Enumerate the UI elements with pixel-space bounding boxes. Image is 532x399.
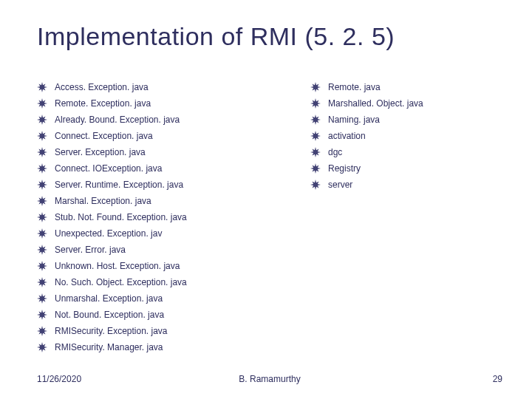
list-item: RMISecurity. Manager. java	[37, 341, 266, 354]
star-bullet-icon	[310, 147, 321, 157]
list-item: No. Such. Object. Exception. java	[37, 276, 266, 289]
star-bullet-icon	[310, 180, 321, 190]
list-item-label: Naming. java	[328, 113, 380, 126]
star-bullet-icon	[37, 342, 47, 352]
star-bullet-icon	[37, 180, 47, 190]
list-item: Naming. java	[310, 113, 495, 126]
star-bullet-icon	[37, 228, 47, 239]
star-bullet-icon	[37, 131, 47, 141]
star-bullet-icon	[37, 293, 47, 304]
page-title: Implementation of RMI (5. 2. 5)	[37, 22, 502, 51]
footer-author: B. Ramamurthy	[239, 374, 300, 384]
list-item: server	[310, 178, 495, 191]
list-item-label: activation	[328, 129, 366, 143]
list-item: Stub. Not. Found. Exception. java	[37, 211, 266, 224]
star-bullet-icon	[310, 98, 321, 109]
star-bullet-icon	[37, 98, 47, 109]
star-bullet-icon	[37, 196, 47, 206]
list-item-label: Marshalled. Object. java	[328, 97, 423, 110]
list-item-label: Server. Error. java	[55, 243, 126, 256]
star-bullet-icon	[37, 326, 47, 336]
list-item-label: server	[328, 178, 352, 191]
list-item-label: Connect. Exception. java	[55, 129, 153, 143]
list-item: Unmarshal. Exception. java	[37, 292, 266, 305]
list-item-label: Connect. IOException. java	[55, 162, 162, 175]
list-item-label: Server. Runtime. Exception. java	[55, 178, 183, 191]
left-column: Access. Exception. javaRemote. Exception…	[37, 81, 266, 357]
list-item: Remote. java	[310, 81, 495, 94]
list-item-label: Unmarshal. Exception. java	[55, 292, 163, 305]
list-item-label: No. Such. Object. Exception. java	[55, 276, 187, 289]
list-item-label: Stub. Not. Found. Exception. java	[55, 211, 187, 224]
footer-date: 11/26/2020	[37, 374, 81, 384]
list-item: Registry	[310, 162, 495, 175]
list-item: Remote. Exception. java	[37, 97, 266, 110]
list-item: activation	[310, 129, 495, 143]
list-item-label: Access. Exception. java	[55, 81, 149, 94]
list-item: Marshal. Exception. java	[37, 194, 266, 208]
list-item: Unexpected. Exception. jav	[37, 227, 266, 240]
right-column: Remote. javaMarshalled. Object. javaNami…	[310, 81, 495, 357]
star-bullet-icon	[37, 115, 47, 125]
list-item: Server. Runtime. Exception. java	[37, 178, 266, 191]
list-item-label: Remote. java	[328, 81, 381, 94]
list-item: RMISecurity. Exception. java	[37, 324, 266, 338]
list-item: Access. Exception. java	[37, 81, 266, 94]
list-item-label: Registry	[328, 162, 361, 175]
list-item-label: Already. Bound. Exception. java	[55, 113, 180, 126]
star-bullet-icon	[310, 115, 321, 125]
star-bullet-icon	[37, 147, 47, 157]
star-bullet-icon	[310, 163, 321, 174]
star-bullet-icon	[37, 261, 47, 271]
list-item: Not. Bound. Exception. java	[37, 308, 266, 321]
star-bullet-icon	[37, 163, 47, 174]
list-item: Connect. IOException. java	[37, 162, 266, 175]
content-columns: Access. Exception. javaRemote. Exception…	[37, 81, 502, 357]
list-item-label: dgc	[328, 146, 342, 159]
footer-page: 29	[493, 374, 502, 384]
list-item: Server. Error. java	[37, 243, 266, 256]
list-item: Marshalled. Object. java	[310, 97, 495, 110]
list-item-label: Unknown. Host. Exception. java	[55, 259, 180, 273]
star-bullet-icon	[310, 82, 321, 92]
list-item-label: Not. Bound. Exception. java	[55, 308, 164, 321]
footer: 11/26/2020 B. Ramamurthy 29	[37, 374, 502, 384]
list-item-label: Unexpected. Exception. jav	[55, 227, 162, 240]
list-item-label: Server. Exception. java	[55, 146, 146, 159]
list-item: Already. Bound. Exception. java	[37, 113, 266, 126]
slide: Implementation of RMI (5. 2. 5) Access. …	[0, 0, 532, 399]
star-bullet-icon	[37, 277, 47, 287]
list-item-label: Marshal. Exception. java	[55, 194, 151, 208]
list-item: dgc	[310, 146, 495, 159]
star-bullet-icon	[37, 82, 47, 92]
list-item-label: Remote. Exception. java	[55, 97, 151, 110]
list-item: Server. Exception. java	[37, 146, 266, 159]
star-bullet-icon	[37, 245, 47, 255]
list-item-label: RMISecurity. Exception. java	[55, 324, 168, 338]
star-bullet-icon	[37, 310, 47, 320]
list-item-label: RMISecurity. Manager. java	[55, 341, 163, 354]
list-item: Unknown. Host. Exception. java	[37, 259, 266, 273]
list-item: Connect. Exception. java	[37, 129, 266, 143]
star-bullet-icon	[310, 131, 321, 141]
star-bullet-icon	[37, 212, 47, 222]
